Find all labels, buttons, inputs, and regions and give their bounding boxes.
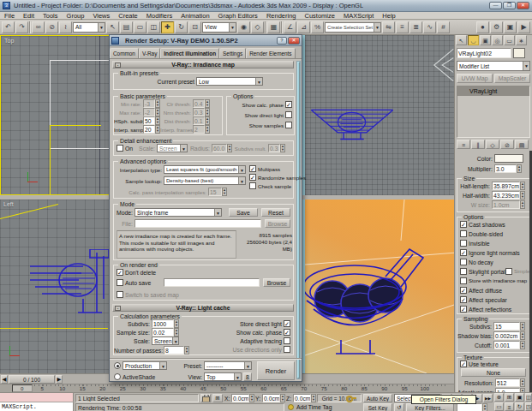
spinner[interactable]: ▲▼ (184, 346, 189, 354)
tab-settings[interactable]: Settings (219, 48, 246, 58)
ignore-light-normals-checkbox[interactable] (460, 249, 467, 256)
spinner[interactable]: ▲▼ (520, 378, 525, 387)
go-to-end-icon[interactable]: ▶▶ (483, 394, 493, 402)
timeline-tick[interactable]: 85 (355, 384, 375, 392)
affect-diffuse-checkbox[interactable] (460, 287, 467, 294)
interp-samples-field[interactable]: 20 (143, 125, 155, 134)
spinner[interactable]: ▲▼ (520, 341, 525, 349)
menu-animation[interactable]: Animation (176, 12, 213, 20)
x-field[interactable]: 0.0cm (231, 394, 249, 402)
menu-views[interactable]: Views (88, 12, 114, 20)
select-move-icon[interactable]: ✚ (161, 21, 174, 33)
tab-display-icon[interactable]: ▭ (504, 35, 515, 45)
render-button[interactable]: Render (257, 361, 295, 380)
quick-render-icon[interactable]: ▶ (517, 21, 530, 33)
angle-snap-icon[interactable]: ⊿ (297, 21, 310, 33)
spinner[interactable]: ▲▼ (311, 394, 316, 402)
time-slider-thumb[interactable]: 0 / 100 (9, 375, 55, 384)
sample-lookup-dropdown[interactable]: Density-based (best) (166, 178, 213, 183)
w-size-field[interactable]: 1.0cm (492, 200, 520, 209)
tab-modify-icon[interactable]: ◡ (468, 35, 479, 45)
tab-common[interactable]: Common (110, 48, 139, 58)
timeline-tick[interactable]: 75 (314, 384, 335, 392)
key-mode-toggle-icon[interactable]: ↺ (394, 403, 404, 411)
spinner[interactable]: ▲▼ (482, 403, 487, 411)
show-samples-checkbox[interactable] (285, 122, 292, 128)
switch-to-saved-map-checkbox[interactable] (117, 291, 123, 298)
object-color-swatch[interactable] (513, 48, 525, 58)
production-dropdown[interactable]: Production▼ (123, 361, 167, 370)
zoom-icon[interactable]: ⊕ (494, 393, 504, 402)
select-by-name-icon[interactable]: ▤ (120, 21, 133, 33)
spinner[interactable]: ▲▼ (174, 319, 179, 328)
arc-rotate-icon[interactable]: ↻ (515, 402, 524, 411)
auto-save-checkbox[interactable] (117, 279, 123, 286)
redo-icon[interactable]: ↷ (15, 21, 28, 33)
keyboard-override-icon[interactable]: ▦ (267, 21, 280, 33)
show-end-result-icon[interactable]: ∥ (471, 140, 485, 149)
irradiance-map-rollout[interactable]: -V-Ray:: Irradiance map (112, 61, 294, 68)
object-name-field[interactable]: VRayLight02 (457, 48, 511, 58)
spinner[interactable]: ▲▼ (205, 116, 210, 125)
timeline-tick[interactable]: 20 (93, 384, 113, 392)
interpolation-type-dropdown[interactable]: Least squares fit (good/smooth (166, 167, 236, 172)
schematic-view-icon[interactable]: # (437, 21, 450, 33)
pan-icon[interactable]: ≡ (505, 402, 514, 411)
timeline-tick[interactable]: 40 (173, 384, 194, 392)
dialog-scrollbar-thumb[interactable] (297, 62, 300, 378)
tab-create-icon[interactable]: ↖ (456, 35, 467, 45)
timeline-tick-current[interactable]: 0 (12, 384, 33, 392)
dont-delete-checkbox[interactable] (117, 269, 123, 276)
radius-field[interactable]: 60.0 (212, 144, 227, 152)
close-button[interactable]: ✕ (517, 2, 529, 9)
no-decay-checkbox[interactable] (460, 259, 467, 265)
timeline-ruler[interactable]: 0 5 10 15 20 25 30 35 40 45 50 55 60 65 … (0, 384, 454, 392)
timeline-tick[interactable]: 65 (274, 384, 295, 392)
subdivs-mult-field[interactable]: 0.3 (268, 144, 280, 152)
simple-checkbox[interactable] (505, 268, 512, 275)
timeline-tick[interactable]: 25 (113, 384, 134, 392)
menu-help[interactable]: Help (378, 12, 399, 20)
rect-selection-region-icon[interactable]: ▭ (134, 21, 146, 33)
max-rate-field[interactable]: -2 (143, 108, 155, 116)
use-directions-only-checkbox[interactable] (284, 346, 290, 353)
snap-toggle-icon[interactable]: ∠ (284, 21, 296, 33)
skylight-portal-checkbox[interactable] (460, 268, 467, 275)
select-link-icon[interactable]: ∞ (32, 21, 45, 33)
reset-button[interactable]: Reset (261, 208, 290, 217)
dialog-help-button[interactable]: ? (277, 37, 287, 45)
shadow-bias-field[interactable]: 0.002cm (493, 331, 520, 340)
cutoff-field[interactable]: 0.001 (493, 341, 520, 349)
material-editor-icon[interactable]: ● (476, 21, 489, 33)
remove-modifier-icon[interactable]: ⊘ (500, 140, 514, 149)
mode-dropdown[interactable]: Single frame▼ (134, 208, 222, 217)
half-length-field[interactable]: 35.897cm (492, 182, 520, 190)
graph-editors-icon[interactable]: ∿ (423, 21, 436, 33)
modifier-list-dropdown[interactable]: Modifier List▼ (457, 61, 530, 71)
preset-dropdown[interactable]: ---------▼ (204, 361, 252, 370)
timeline-tick[interactable]: 100 (415, 384, 435, 392)
lc-scale-dropdown[interactable]: Screen▼ (152, 337, 179, 345)
z-field[interactable]: 0.0cm (293, 394, 311, 402)
multiplier-field[interactable]: 3.0 (494, 164, 517, 173)
dist-thresh-field[interactable]: 0.1 (193, 116, 205, 125)
maximize-viewport-toggle-icon[interactable]: ◳ (525, 402, 532, 411)
interp-frames-field[interactable]: 2 (193, 125, 205, 134)
menu-customize[interactable]: Customize (300, 12, 338, 20)
light-color-swatch[interactable] (494, 154, 523, 163)
production-radio[interactable] (114, 362, 121, 369)
spinner[interactable]: ▲▼ (280, 394, 285, 402)
viewport-top-label[interactable]: Top (4, 38, 14, 44)
modifier-stack-item[interactable]: VRayLight (457, 86, 529, 96)
zoom-extents-all-icon[interactable]: ◫ (525, 393, 532, 402)
select-manipulate-icon[interactable]: ◇ (251, 21, 264, 33)
window-crossing-icon[interactable]: ◫ (147, 21, 160, 33)
adaptive-tracing-checkbox[interactable] (284, 337, 290, 344)
select-scale-icon[interactable]: ⊡ (188, 21, 201, 33)
tab-hierarchy-icon[interactable]: ▣ (480, 35, 491, 45)
spinner[interactable]: ▲▼ (520, 191, 525, 200)
menu-tools[interactable]: Tools (39, 12, 63, 20)
spinner[interactable]: ▲▼ (205, 125, 210, 134)
timeline-tick[interactable]: 35 (153, 384, 174, 392)
lc-show-calc-checkbox[interactable] (284, 329, 290, 336)
